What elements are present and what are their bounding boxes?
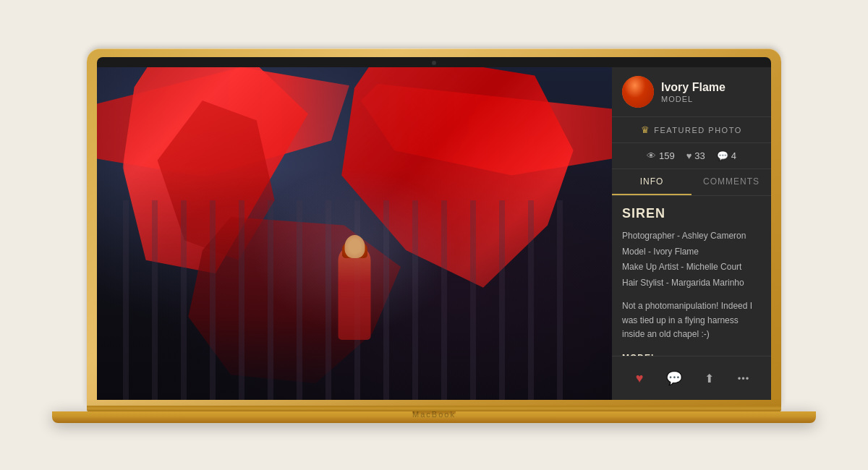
share-button[interactable]: ⬆: [696, 365, 722, 391]
credit-photographer: Photographer - Ashley Cameron: [622, 228, 761, 244]
views-stat: 👁 159: [647, 150, 675, 161]
profile-role: MODEL: [661, 95, 761, 103]
photo-description: Not a photomanipulation! Indeed I was ti…: [622, 299, 761, 341]
stats-row: 👁 159 ♥ 33 💬 4: [612, 143, 771, 169]
credit-makeup: Make Up Artist - Michelle Court: [622, 260, 761, 275]
featured-section: ♛ FEATURED PHOTO: [612, 117, 771, 143]
crown-icon: ♛: [641, 124, 650, 135]
comments-stat: 💬 4: [717, 150, 736, 161]
tab-comments[interactable]: COMMENTS: [692, 169, 771, 195]
tabs-row: INFO COMMENTS: [612, 169, 771, 196]
figure-body: [339, 246, 371, 340]
tab-info[interactable]: INFO: [612, 169, 692, 195]
profile-info: Ivory Flame MODEL: [661, 80, 761, 103]
screen-content: Ivory Flame MODEL ♛ FEATURED PHOTO 👁 15: [97, 67, 771, 400]
credits: Photographer - Ashley Cameron Model - Iv…: [622, 228, 761, 291]
views-count: 159: [659, 150, 675, 161]
likes-stat: ♥ 33: [686, 150, 705, 161]
side-panel: Ivory Flame MODEL ♛ FEATURED PHOTO 👁 15: [612, 67, 771, 400]
comment-stat-icon: 💬: [717, 150, 728, 161]
likes-count: 33: [694, 150, 705, 161]
figure-head: [344, 235, 365, 258]
macbook-bottom: MacBook: [52, 411, 816, 423]
profile-header: Ivory Flame MODEL: [612, 67, 771, 117]
avatar-image: [622, 76, 654, 108]
like-button[interactable]: ♥: [626, 365, 652, 391]
featured-label: FEATURED PHOTO: [654, 126, 741, 134]
credit-model: Model - Ivory Flame: [622, 244, 761, 260]
screen-bezel: Ivory Flame MODEL ♛ FEATURED PHOTO 👁 15: [97, 57, 771, 400]
more-button[interactable]: •••: [731, 365, 757, 391]
profile-name[interactable]: Ivory Flame: [661, 80, 761, 94]
comments-count: 4: [731, 150, 736, 161]
photo-title: SIREN: [622, 206, 761, 221]
macbook-base: MacBook: [87, 406, 781, 422]
macbook-device: Ivory Flame MODEL ♛ FEATURED PHOTO 👁 15: [87, 48, 781, 422]
photo-area: [97, 67, 612, 400]
eye-icon: 👁: [647, 150, 656, 161]
heart-stat-icon: ♥: [686, 150, 692, 161]
screen-outer: Ivory Flame MODEL ♛ FEATURED PHOTO 👁 15: [87, 48, 781, 406]
camera: [432, 61, 436, 65]
credit-hair: Hair Stylist - Margarida Marinho: [622, 275, 761, 291]
figure: [326, 195, 383, 340]
action-bar: ♥ 💬 ⬆ •••: [612, 356, 771, 400]
comment-button[interactable]: 💬: [661, 365, 687, 391]
avatar: [622, 76, 654, 108]
macbook-brand: MacBook: [412, 410, 456, 419]
info-content: SIREN Photographer - Ashley Cameron Mode…: [612, 196, 771, 356]
